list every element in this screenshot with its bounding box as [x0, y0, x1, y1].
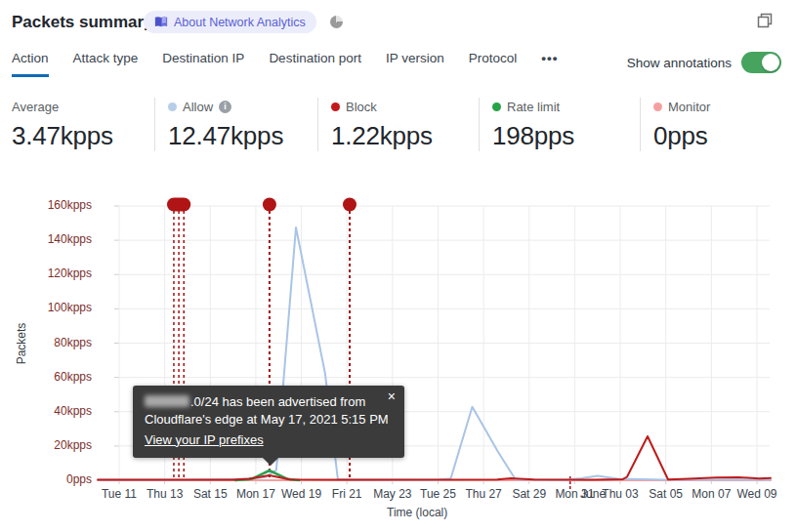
stat-block: Block 1.22kpps	[331, 99, 433, 151]
tab-attack-type[interactable]: Attack type	[73, 51, 139, 74]
stat-rate-limit: Rate limit 198pps	[492, 99, 574, 151]
stat-allow-label: Allow	[183, 100, 213, 114]
stat-divider	[640, 98, 641, 151]
stat-average-value: 3.47kpps	[12, 121, 113, 151]
stat-average: Average 3.47kpps	[12, 99, 113, 151]
y-tick-label: 100kpps	[25, 301, 92, 314]
tooltip-line2: Cloudflare's edge at May 17, 2021 5:15 P…	[145, 411, 393, 429]
x-tick-label: Tue 25	[420, 487, 456, 501]
x-tick-label: Fri 21	[332, 487, 362, 501]
x-tick-label: Sat 29	[512, 487, 546, 501]
about-badge-label: About Network Analytics	[174, 16, 306, 29]
y-tick-label: 0pps	[25, 472, 92, 486]
monitor-series-dot	[653, 102, 662, 111]
network-analytics-panel: Packets summary About Network Analytics …	[0, 0, 797, 532]
annotation-pill-marker	[167, 198, 190, 212]
x-axis-title: Time (local)	[387, 506, 447, 519]
stat-average-label: Average	[12, 100, 59, 114]
tooltip-line1: .0/24 has been advertised from	[145, 393, 393, 411]
annotation-dot-marker	[263, 198, 276, 212]
stat-divider	[154, 98, 155, 151]
allow-series-dot	[168, 102, 177, 111]
stat-divider	[479, 98, 480, 151]
y-tick-label: 160kpps	[25, 198, 92, 212]
x-tick-label: Thu 27	[465, 487, 501, 501]
show-annotations-control: Show annotations	[627, 52, 781, 73]
stat-rate-limit-label: Rate limit	[507, 100, 560, 114]
tab-destination-port[interactable]: Destination port	[269, 51, 361, 74]
window-restore-icon[interactable]	[756, 12, 774, 29]
stat-rate-limit-value: 198pps	[492, 121, 574, 151]
view-ip-prefixes-link[interactable]: View your IP prefixes	[145, 431, 264, 449]
y-tick-label: 80kpps	[25, 336, 92, 349]
y-tick-label: 20kpps	[25, 438, 92, 452]
stat-divider	[317, 98, 318, 151]
book-icon	[154, 16, 168, 28]
tab-destination-ip[interactable]: Destination IP	[162, 51, 244, 74]
stat-allow: Allow i 12.47kpps	[168, 99, 283, 151]
tab-protocol[interactable]: Protocol	[469, 51, 518, 74]
y-tick-label: 60kpps	[25, 370, 92, 384]
x-tick-label: Mon 07	[692, 487, 731, 501]
pie-status-icon	[330, 16, 343, 28]
x-tick-label: Mon 17	[236, 487, 275, 501]
y-tick-label: 140kpps	[25, 232, 92, 246]
stat-block-label: Block	[346, 100, 377, 114]
rate-limit-series-dot	[492, 102, 501, 111]
stat-block-value: 1.22kpps	[331, 121, 433, 151]
x-tick-label: Thu 03	[602, 487, 638, 501]
stat-monitor: Monitor 0pps	[653, 99, 710, 151]
tab-action[interactable]: Action	[12, 51, 49, 77]
show-annotations-label: Show annotations	[627, 56, 732, 70]
y-tick-label: 40kpps	[25, 404, 92, 418]
x-tick-label: Sat 15	[193, 487, 228, 501]
x-tick-label: Tue 11	[102, 487, 137, 501]
show-annotations-toggle[interactable]	[741, 52, 781, 73]
tabs-overflow-button[interactable]: •••	[541, 51, 558, 74]
x-tick-label: Sat 05	[649, 487, 683, 501]
x-month-label-june: June	[580, 487, 606, 501]
stat-allow-value: 12.47kpps	[168, 121, 283, 151]
info-icon[interactable]: i	[219, 101, 231, 113]
page-title: Packets summary	[12, 13, 153, 32]
x-tick-label: May 23	[373, 487, 411, 501]
redacted-ip-prefix	[145, 395, 189, 407]
tab-ip-version[interactable]: IP version	[386, 51, 444, 74]
x-tick-label: Thu 13	[147, 487, 183, 501]
x-tick-label: Wed 19	[281, 487, 321, 501]
about-network-analytics-badge[interactable]: About Network Analytics	[144, 11, 316, 33]
toggle-knob	[762, 54, 779, 71]
dimension-tabs: Action Attack type Destination IP Destin…	[12, 51, 558, 77]
annotation-tooltip: × .0/24 has been advertised from Cloudfl…	[133, 386, 404, 458]
y-tick-label: 120kpps	[25, 266, 92, 280]
tooltip-close-icon[interactable]: ×	[388, 389, 396, 403]
stat-monitor-label: Monitor	[668, 100, 710, 114]
block-series-dot	[331, 102, 340, 111]
annotation-dot-marker	[343, 198, 357, 212]
stat-monitor-value: 0pps	[653, 121, 710, 151]
x-tick-label: Wed 09	[736, 487, 776, 501]
